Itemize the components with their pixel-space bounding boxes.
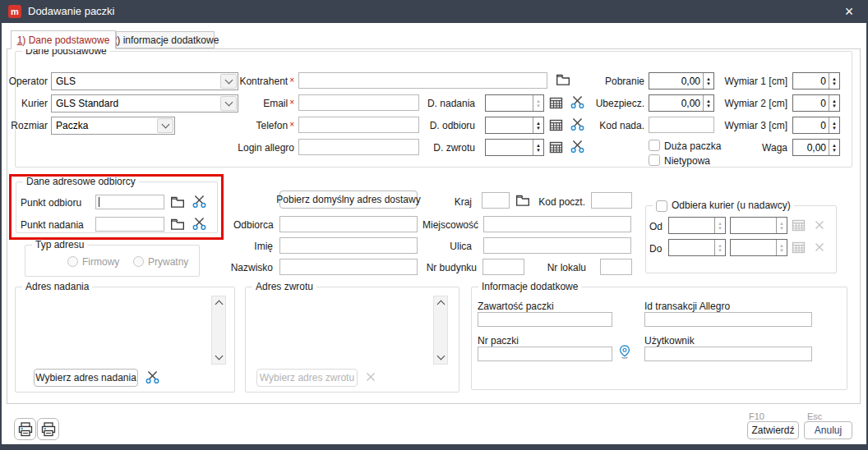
window-border-bottom bbox=[0, 444, 868, 450]
spinner-buttons[interactable]: ▲▼ bbox=[829, 117, 839, 133]
scissors-icon[interactable] bbox=[570, 94, 584, 109]
id-transakcji-field[interactable] bbox=[644, 312, 812, 327]
clear-x-icon-disabled bbox=[814, 241, 825, 253]
scrollbar[interactable] bbox=[211, 296, 226, 365]
scissors-icon[interactable] bbox=[192, 216, 206, 231]
pobranie-label: Pobranie bbox=[593, 76, 644, 87]
wymiar1-label: Wymiar 1 [cm] bbox=[718, 76, 787, 87]
punkt-odbioru-field[interactable] bbox=[95, 195, 164, 209]
spinner-buttons: ▲▼ bbox=[714, 218, 725, 233]
spinner-buttons[interactable]: ▲▼ bbox=[703, 95, 713, 111]
nr-paczki-label: Nr paczki bbox=[478, 335, 519, 347]
duza-paczka-label: Duża paczka bbox=[664, 140, 721, 152]
operator-dropdown[interactable]: GLS bbox=[51, 72, 238, 90]
scissors-icon[interactable] bbox=[570, 139, 584, 154]
telefon-field[interactable] bbox=[298, 117, 419, 133]
scroll-up-icon[interactable] bbox=[437, 301, 446, 309]
od-date-field[interactable]: ▲▼ bbox=[668, 217, 726, 234]
tab-informacje-dodatkowe[interactable]: 2) informacje dodatkowe bbox=[116, 31, 215, 48]
kod-poczt-field[interactable] bbox=[591, 192, 632, 209]
scissors-icon[interactable] bbox=[570, 117, 584, 131]
clear-x-icon-disabled bbox=[814, 219, 825, 231]
spinner-buttons: ▲▼ bbox=[714, 240, 725, 255]
title-bar: m Dodawanie paczki × bbox=[0, 0, 868, 23]
pobierz-domyslny-adres-button[interactable]: Pobierz domyślny adres dostawy bbox=[279, 191, 418, 209]
calendar-icon-disabled bbox=[792, 241, 806, 254]
od-time-field[interactable]: ▲▼ bbox=[730, 217, 787, 234]
punkt-odbioru-label: Punkt odbioru bbox=[21, 197, 81, 209]
rozmiar-dropdown[interactable]: Paczka bbox=[51, 117, 175, 135]
kraj-field[interactable] bbox=[482, 192, 510, 209]
ubezpiecz-spinfield[interactable]: 0,00 ▲▼ bbox=[649, 94, 714, 112]
uzytkownik-field[interactable] bbox=[644, 347, 812, 361]
calendar-icon[interactable] bbox=[549, 140, 563, 154]
scrollbar[interactable] bbox=[433, 296, 448, 365]
anuluj-button[interactable]: Anuluj bbox=[804, 421, 852, 439]
nr-lokalu-field[interactable] bbox=[600, 259, 632, 275]
scroll-down-icon[interactable] bbox=[215, 352, 224, 360]
printer-icon bbox=[17, 421, 34, 438]
imie-field[interactable] bbox=[279, 237, 418, 254]
window-border-left bbox=[0, 23, 2, 450]
duza-paczka-checkbox[interactable] bbox=[649, 140, 660, 151]
nietypowa-checkbox[interactable] bbox=[649, 154, 660, 166]
scissors-icon[interactable] bbox=[145, 370, 159, 384]
nr-paczki-field[interactable] bbox=[478, 347, 612, 361]
d-odbioru-field[interactable]: ▲▼ bbox=[485, 117, 544, 134]
zatwierdz-button[interactable]: Zatwierdź bbox=[747, 421, 799, 439]
ulica-field[interactable] bbox=[483, 237, 631, 254]
wybierz-adres-nadania-button[interactable]: Wybierz adres nadania bbox=[34, 369, 138, 387]
odbiorca-label: Odbiorca bbox=[233, 219, 273, 231]
spinner-buttons[interactable]: ▲▼ bbox=[829, 140, 839, 155]
print-button-1[interactable] bbox=[14, 418, 36, 440]
folder-icon[interactable] bbox=[515, 194, 530, 207]
folder-icon[interactable] bbox=[556, 73, 570, 86]
spinner-buttons[interactable]: ▲▼ bbox=[703, 73, 713, 89]
email-field[interactable] bbox=[298, 94, 419, 111]
login-allegro-field[interactable] bbox=[298, 139, 419, 155]
close-icon[interactable]: × bbox=[837, 2, 861, 21]
nr-budynku-field[interactable] bbox=[482, 259, 524, 275]
kod-nada-label: Kod nada. bbox=[593, 120, 644, 131]
kontrahent-field[interactable] bbox=[298, 72, 547, 89]
wymiar1-spinfield[interactable]: 0 ▲▼ bbox=[792, 72, 840, 90]
spinner-buttons: ▲▼ bbox=[533, 95, 543, 111]
scissors-icon[interactable] bbox=[192, 194, 206, 209]
do-time-field[interactable]: ▲▼ bbox=[730, 239, 787, 256]
wymiar3-spinfield[interactable]: 0 ▲▼ bbox=[792, 117, 840, 134]
id-transakcji-label: Id transakcji Allegro bbox=[644, 301, 730, 312]
spinner-buttons[interactable]: ▲▼ bbox=[533, 140, 543, 155]
chevron-down-icon[interactable] bbox=[157, 118, 173, 133]
group-legend: Typ adresu bbox=[32, 239, 87, 251]
odbiorca-field[interactable] bbox=[279, 216, 418, 232]
tab-dane-podstawowe[interactable]: 1) Dane podstawowe bbox=[11, 30, 116, 49]
folder-icon[interactable] bbox=[170, 218, 185, 231]
kurier-dropdown[interactable]: GLS Standard bbox=[51, 94, 238, 112]
zawartosc-paczki-field[interactable] bbox=[478, 312, 612, 327]
scroll-up-icon[interactable] bbox=[215, 301, 224, 309]
miejscowosc-field[interactable] bbox=[483, 216, 631, 232]
folder-icon[interactable] bbox=[170, 195, 185, 209]
d-zwrotu-field[interactable]: ▲▼ bbox=[485, 139, 544, 156]
d-nadania-field[interactable]: ▲▼ bbox=[485, 94, 544, 112]
od-label: Od bbox=[649, 221, 663, 232]
pobranie-spinfield[interactable]: 0,00 ▲▼ bbox=[649, 72, 714, 90]
wymiar2-spinfield[interactable]: 0 ▲▼ bbox=[792, 94, 840, 112]
email-label: Email× bbox=[230, 98, 294, 109]
print-button-2[interactable] bbox=[37, 418, 59, 440]
prywatny-radio bbox=[133, 256, 144, 267]
uzytkownik-label: Użytkownik bbox=[644, 335, 695, 347]
calendar-icon[interactable] bbox=[549, 96, 563, 109]
do-date-field[interactable]: ▲▼ bbox=[668, 239, 726, 256]
nazwisko-field[interactable] bbox=[279, 259, 418, 275]
scroll-down-icon[interactable] bbox=[437, 352, 446, 360]
kod-nada-field[interactable] bbox=[649, 117, 714, 133]
spinner-buttons[interactable]: ▲▼ bbox=[533, 117, 543, 133]
punkt-nadania-field[interactable] bbox=[95, 217, 164, 232]
spinner-buttons[interactable]: ▲▼ bbox=[829, 95, 839, 111]
spinner-buttons[interactable]: ▲▼ bbox=[829, 73, 839, 89]
calendar-icon[interactable] bbox=[549, 118, 563, 131]
location-pin-icon[interactable] bbox=[618, 344, 631, 360]
odbiera-kurier-checkbox[interactable] bbox=[656, 200, 667, 212]
waga-spinfield[interactable]: 0,00 ▲▼ bbox=[792, 139, 840, 156]
